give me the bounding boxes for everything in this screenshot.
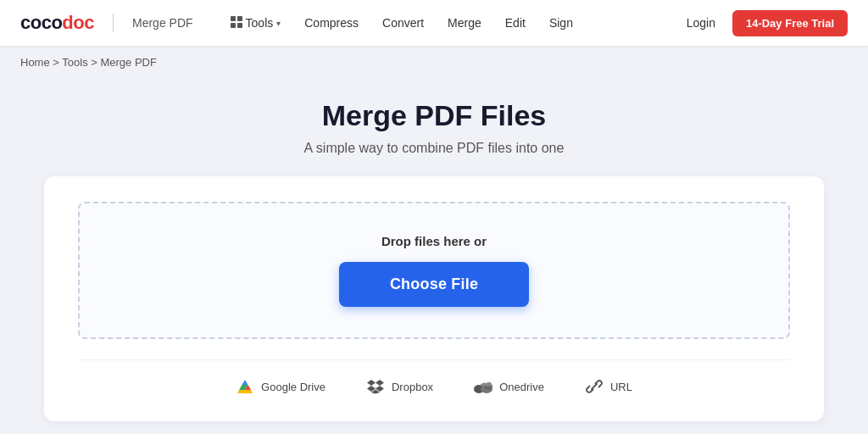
main-nav: Tools ▾ Compress Convert Merge Edit Sign: [220, 11, 676, 36]
cloud-item-onedrive[interactable]: Onedrive: [474, 377, 544, 396]
grid-icon: [231, 16, 242, 31]
logo-doc: doc: [62, 12, 94, 33]
svg-rect-2: [231, 23, 236, 28]
link-icon: [585, 377, 604, 396]
dropbox-icon: [366, 377, 385, 396]
svg-rect-1: [237, 16, 242, 21]
login-label: Login: [687, 16, 715, 30]
breadcrumb-sep2: >: [88, 56, 101, 69]
edit-label: Edit: [505, 16, 526, 30]
breadcrumb-current: Merge PDF: [100, 56, 156, 69]
page-subtitle: A simple way to combine PDF files into o…: [304, 141, 565, 156]
nav-item-convert[interactable]: Convert: [372, 11, 434, 35]
url-label: URL: [610, 381, 632, 393]
cloud-item-url[interactable]: URL: [585, 377, 632, 396]
logo-text: cocodoc: [20, 12, 94, 34]
onedrive-label: Onedrive: [499, 381, 544, 393]
svg-rect-3: [237, 23, 242, 28]
onedrive-icon: [474, 377, 492, 396]
compress-label: Compress: [304, 16, 359, 30]
logo-divider: [113, 14, 114, 32]
breadcrumb-tools[interactable]: Tools: [62, 56, 87, 69]
nav-actions: Login 14-Day Free Trial: [676, 10, 848, 36]
nav-item-compress[interactable]: Compress: [294, 11, 369, 35]
trial-button[interactable]: 14-Day Free Trial: [732, 10, 848, 36]
nav-item-sign[interactable]: Sign: [539, 11, 583, 35]
merge-label: Merge: [448, 16, 481, 30]
chevron-down-icon: ▾: [276, 19, 281, 28]
breadcrumb-sep1: >: [50, 56, 63, 69]
nav-item-merge[interactable]: Merge: [437, 11, 492, 35]
logo-area: cocodoc Merge PDF: [20, 12, 193, 34]
convert-label: Convert: [382, 16, 424, 30]
drop-zone[interactable]: Drop files here or Choose File: [78, 202, 790, 339]
tools-label: Tools: [246, 16, 274, 30]
google-drive-label: Google Drive: [261, 381, 326, 393]
google-drive-icon: [236, 377, 254, 396]
nav-item-edit[interactable]: Edit: [495, 11, 536, 35]
page-title: Merge PDF Files: [322, 99, 547, 132]
breadcrumb-bar: Home > Tools > Merge PDF: [0, 46, 868, 79]
sign-label: Sign: [549, 16, 573, 30]
header: cocodoc Merge PDF Tools ▾ Compress Conve…: [0, 0, 868, 46]
drop-card: Drop files here or Choose File Google Dr…: [44, 176, 824, 421]
cloud-item-google-drive[interactable]: Google Drive: [236, 377, 326, 396]
nav-item-login[interactable]: Login: [676, 11, 726, 35]
cloud-sources: Google Drive Dropbox: [78, 359, 790, 396]
drop-text: Drop files here or: [381, 234, 487, 248]
breadcrumb-home[interactable]: Home: [20, 56, 50, 69]
choose-file-button[interactable]: Choose File: [339, 262, 529, 307]
svg-rect-0: [231, 16, 236, 21]
logo-coco: coco: [20, 12, 62, 33]
logo-subtitle: Merge PDF: [132, 16, 193, 30]
main-content: Merge PDF Files A simple way to combine …: [0, 79, 868, 434]
breadcrumb: Home > Tools > Merge PDF: [20, 56, 848, 69]
nav-item-tools[interactable]: Tools ▾: [220, 11, 292, 36]
dropbox-label: Dropbox: [392, 381, 433, 393]
cloud-item-dropbox[interactable]: Dropbox: [366, 377, 433, 396]
